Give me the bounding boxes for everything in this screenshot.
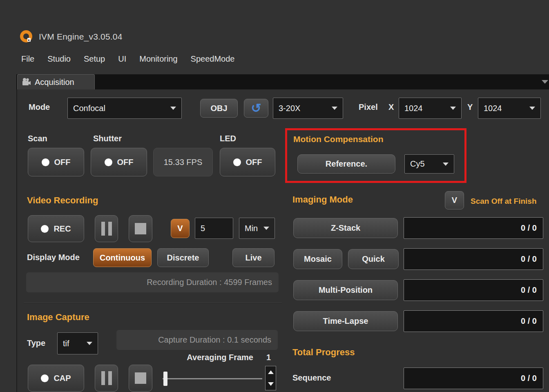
scan-toggle-button[interactable]: OFF [28, 148, 84, 176]
window-title: IVM Engine_v3.05.04 [39, 32, 123, 42]
sequence-progress-value: 0 / 0 [521, 374, 537, 383]
quick-button[interactable]: Quick [348, 249, 399, 269]
chevron-down-icon [332, 107, 337, 110]
rec-button-label: REC [54, 224, 71, 234]
chevron-down-icon [529, 107, 535, 110]
tab-acquisition[interactable]: Acquisition [17, 74, 95, 89]
quick-label: Quick [362, 254, 385, 264]
recording-duration-display: Recording Duration : 4599 Frames [26, 272, 279, 292]
pixel-x-select[interactable]: 1024 [399, 98, 462, 119]
status-dot-icon [105, 158, 112, 166]
scan-off-checkbox[interactable]: V [445, 191, 464, 209]
multi-position-label: Multi-Position [319, 285, 373, 295]
chevron-down-icon [263, 227, 269, 230]
chevron-down-icon [443, 163, 449, 166]
capture-duration-display: Capture Duration : 0.1 seconds [116, 330, 278, 350]
pixel-y-select[interactable]: 1024 [478, 98, 541, 119]
averaging-frame-stepper [265, 366, 276, 390]
capture-pause-button[interactable] [95, 365, 118, 392]
led-toggle-button[interactable]: OFF [220, 148, 275, 176]
image-capture-title: Image Capture [27, 312, 89, 323]
chevron-down-icon [450, 107, 456, 110]
arrow-down-icon [268, 382, 274, 386]
scan-off-at-finish-label: Scan Off at Finish [471, 197, 537, 206]
live-label: Live [245, 253, 261, 263]
capture-stop-button[interactable] [129, 365, 152, 392]
pause-icon [101, 222, 112, 236]
z-stack-label: Z-Stack [331, 223, 360, 233]
video-stop-button[interactable] [129, 215, 152, 242]
chevron-down-icon [87, 342, 92, 345]
video-recording-title: Video Recording [27, 195, 98, 206]
mosaic-button[interactable]: Mosaic [293, 249, 342, 269]
time-lapse-progress-value: 0 / 0 [521, 316, 537, 326]
pause-icon [101, 371, 112, 385]
capture-type-select[interactable]: tif [57, 332, 98, 354]
averaging-frame-slider-handle[interactable] [163, 372, 167, 386]
refresh-icon: ↺ [251, 102, 261, 114]
shutter-toggle-button[interactable]: OFF [91, 148, 147, 176]
sequence-label: Sequence [292, 373, 331, 383]
recording-duration-text: Recording Duration : 4599 Frames [147, 278, 272, 287]
display-mode-continuous-button[interactable]: Continuous [93, 248, 152, 267]
menu-setup[interactable]: Setup [84, 54, 105, 64]
record-dot-icon [41, 225, 49, 233]
averaging-frame-label: Averaging Frame [180, 353, 253, 362]
display-mode-discrete-button[interactable]: Discrete [157, 248, 209, 267]
duration-unit-select[interactable]: Min [239, 218, 275, 239]
arrow-up-icon [268, 370, 274, 374]
obj-button[interactable]: OBJ [200, 99, 238, 118]
mosaic-progress: 0 / 0 [404, 248, 543, 270]
duration-checkbox[interactable]: V [171, 219, 190, 238]
multi-position-progress-value: 0 / 0 [521, 285, 537, 295]
scan-state: OFF [54, 158, 71, 167]
reference-button-label: Reference. [326, 159, 367, 169]
reference-button[interactable]: Reference. [297, 154, 395, 174]
tab-acquisition-label: Acquisition [35, 78, 74, 87]
checkmark-v-icon: V [452, 196, 457, 205]
status-dot-icon [233, 158, 241, 166]
duration-value-input[interactable]: 5 [195, 218, 233, 239]
mode-label: Mode [29, 102, 50, 112]
discrete-label: Discrete [167, 253, 199, 263]
app-logo-icon [19, 29, 33, 44]
cap-button[interactable]: CAP [28, 365, 84, 392]
display-mode-live-button[interactable]: Live [232, 248, 274, 267]
multi-position-button[interactable]: Multi-Position [293, 280, 398, 300]
tab-overflow-chevron-down-icon[interactable] [542, 80, 548, 84]
z-stack-button[interactable]: Z-Stack [293, 218, 398, 238]
video-pause-button[interactable] [95, 215, 118, 242]
mode-select[interactable]: Confocal [67, 98, 182, 119]
averaging-frame-slider-track[interactable] [163, 378, 262, 379]
objective-select[interactable]: 3-20X [273, 98, 343, 119]
mc-channel-value: Cy5 [410, 159, 425, 169]
rec-button[interactable]: REC [28, 215, 84, 242]
mc-channel-select[interactable]: Cy5 [404, 154, 454, 174]
camera-icon [22, 78, 31, 87]
menu-ui[interactable]: UI [118, 54, 126, 64]
capture-dot-icon [41, 374, 49, 382]
objective-refresh-button[interactable]: ↺ [244, 99, 268, 118]
averaging-frame-value: 1 [266, 353, 271, 362]
menu-speedmode[interactable]: SpeedMode [191, 54, 235, 64]
menu-bar: File Studio Setup UI Monitoring SpeedMod… [21, 54, 234, 64]
cap-button-label: CAP [54, 374, 71, 383]
menu-studio[interactable]: Studio [47, 54, 71, 64]
continuous-label: Continuous [100, 253, 145, 263]
stepper-up-button[interactable] [266, 366, 276, 378]
time-lapse-progress: 0 / 0 [404, 310, 543, 332]
sequence-progress: 0 / 0 [404, 368, 543, 389]
multi-position-progress: 0 / 0 [404, 279, 543, 301]
menu-file[interactable]: File [21, 54, 34, 64]
pixel-label: Pixel [359, 102, 378, 112]
duration-unit-value: Min [245, 224, 258, 233]
imaging-mode-title: Imaging Mode [292, 194, 353, 205]
menu-monitoring[interactable]: Monitoring [139, 54, 177, 64]
tab-strip [16, 74, 549, 89]
motion-compensation-title: Motion Compensation [293, 134, 383, 144]
z-stack-progress-value: 0 / 0 [521, 223, 537, 233]
checkmark-v-icon: V [177, 224, 183, 233]
section-divider [24, 303, 282, 303]
stepper-down-button[interactable] [266, 378, 276, 390]
time-lapse-button[interactable]: Time-Lapse [293, 311, 398, 331]
